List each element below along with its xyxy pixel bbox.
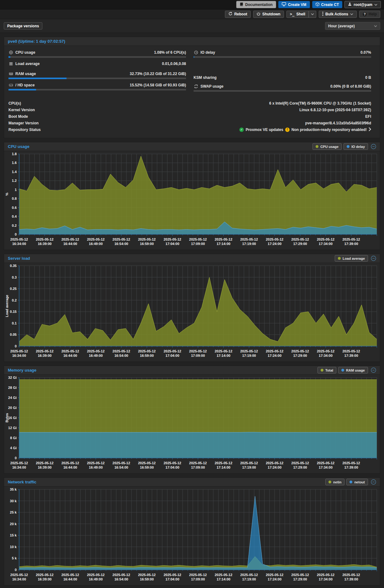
node-toolbar: Reboot Shutdown >_ Shell Bulk Actions ? …	[0, 9, 384, 19]
svg-text:17:29:00: 17:29:00	[293, 242, 307, 246]
package-versions-button[interactable]: Package versions	[4, 22, 42, 30]
svg-text:1.4: 1.4	[12, 170, 17, 174]
info-value: EFI	[365, 114, 371, 119]
svg-text:%: %	[5, 193, 9, 196]
svg-text:17:14:00: 17:14:00	[216, 242, 230, 246]
svg-text:2025-05-12: 2025-05-12	[163, 461, 181, 465]
gauge-value: 0 B	[365, 75, 371, 80]
create-ct-button[interactable]: Create CT	[312, 1, 343, 8]
shutdown-label: Shutdown	[262, 12, 280, 16]
svg-text:17:09:00: 17:09:00	[191, 466, 205, 469]
question-icon: ?	[363, 12, 367, 16]
svg-text:17:24:00: 17:24:00	[268, 354, 281, 357]
chevron-right-icon[interactable]	[369, 127, 371, 132]
cpu-usage-panel-header: CPU usage CPU usageIO delay	[4, 142, 380, 151]
svg-text:16:44:00: 16:44:00	[63, 354, 77, 357]
svg-text:17:09:00: 17:09:00	[191, 354, 205, 357]
legend-item-load-average[interactable]: Load average	[335, 255, 368, 262]
svg-text:2025-05-12: 2025-05-12	[189, 237, 207, 241]
svg-text:17:19:00: 17:19:00	[242, 577, 256, 581]
gauge-label: KSM sharing	[194, 75, 216, 80]
progress-bar	[194, 90, 371, 92]
legend-dot	[338, 257, 341, 260]
legend-label: netin	[333, 480, 341, 484]
user-menu-button[interactable]: root@pam	[344, 1, 381, 8]
cpu-usage-chart: 1.81.61.41.210.80.60.40.202025-05-1216:3…	[4, 152, 380, 249]
progress-bar	[194, 56, 371, 58]
svg-text:2025-05-12: 2025-05-12	[138, 349, 156, 353]
collapse-icon[interactable]	[371, 256, 376, 261]
collapse-icon[interactable]	[371, 144, 376, 149]
help-button[interactable]: ? Help	[359, 11, 380, 18]
svg-text:16:59:00: 16:59:00	[140, 354, 154, 357]
svg-text:2025-05-12: 2025-05-12	[342, 349, 360, 353]
progress-bar	[8, 78, 186, 79]
svg-text:2025-05-12: 2025-05-12	[240, 237, 258, 241]
collapse-icon[interactable]	[371, 479, 376, 485]
shell-button[interactable]: >_ Shell	[286, 11, 309, 18]
svg-text:16:44:00: 16:44:00	[63, 466, 77, 469]
svg-text:2025-05-12: 2025-05-12	[10, 573, 28, 577]
svg-text:17:34:00: 17:34:00	[319, 354, 333, 357]
monitor-icon	[282, 2, 286, 7]
svg-text:2025-05-12: 2025-05-12	[10, 237, 28, 241]
svg-text:20 Gi: 20 Gi	[8, 406, 17, 410]
svg-text:16:54:00: 16:54:00	[115, 466, 128, 469]
cpu-icon	[8, 50, 13, 55]
svg-text:4 Gi: 4 Gi	[10, 446, 17, 450]
svg-text:2025-05-12: 2025-05-12	[240, 573, 258, 577]
svg-text:2025-05-12: 2025-05-12	[342, 237, 360, 241]
svg-text:15 k: 15 k	[10, 533, 17, 537]
server-load-panel-header: Server load Load average	[4, 254, 380, 263]
svg-text:17:39:00: 17:39:00	[344, 242, 358, 246]
legend-dot	[321, 369, 323, 372]
legend-item-netout[interactable]: netout	[346, 479, 368, 485]
svg-text:0.4: 0.4	[12, 215, 17, 218]
svg-text:5 k: 5 k	[12, 556, 17, 560]
time-range-select[interactable]: Hour (average)	[325, 22, 380, 30]
svg-text:17:14:00: 17:14:00	[216, 466, 230, 469]
svg-text:17:24:00: 17:24:00	[268, 577, 281, 581]
status-panel-header: pve0 (Uptime: 1 day 07:02:57)	[4, 37, 380, 46]
gauge-row-io-delay: IO delay0.07%	[194, 50, 371, 58]
svg-text:0.1: 0.1	[12, 321, 17, 325]
svg-text:1.6: 1.6	[12, 161, 17, 165]
bulk-actions-button[interactable]: Bulk Actions	[319, 11, 357, 18]
svg-text:0.25: 0.25	[10, 287, 17, 291]
svg-text:16:49:00: 16:49:00	[89, 354, 103, 357]
gauge-value: 0.07%	[360, 50, 371, 55]
svg-text:16:39:00: 16:39:00	[38, 577, 51, 581]
collapse-icon[interactable]	[371, 368, 376, 373]
legend-item-netin[interactable]: netin	[325, 479, 344, 485]
reboot-button[interactable]: Reboot	[225, 11, 251, 18]
legend-item-ram-usage[interactable]: RAM usage	[338, 367, 368, 373]
svg-text:16:59:00: 16:59:00	[140, 466, 154, 469]
svg-text:Bytes: Bytes	[5, 413, 9, 422]
shell-split-button: >_ Shell	[286, 11, 316, 18]
shutdown-button[interactable]: Shutdown	[253, 11, 284, 18]
info-row-repository-status: Repository Status ✓ Proxmox VE updates !…	[8, 126, 371, 133]
svg-text:16:49:00: 16:49:00	[89, 242, 103, 246]
svg-text:0.35: 0.35	[10, 264, 17, 268]
shell-dropdown-button[interactable]	[309, 11, 316, 18]
legend-item-cpu-usage[interactable]: CPU usage	[312, 143, 342, 150]
top-header-bar: Documentation Create VM Create CT root@p…	[0, 0, 384, 9]
gauge-row-hd-space: / HD space15.52% (14.58 GiB of 93.93 GiB…	[8, 82, 186, 90]
create-vm-button[interactable]: Create VM	[278, 1, 310, 8]
svg-text:2025-05-12: 2025-05-12	[138, 237, 156, 241]
legend-item-io-delay[interactable]: IO delay	[344, 143, 368, 150]
summary-content: pve0 (Uptime: 1 day 07:02:57) CPU usage1…	[0, 33, 384, 588]
legend-item-total[interactable]: Total	[317, 367, 336, 373]
documentation-button[interactable]: Documentation	[236, 1, 276, 8]
svg-text:0.05: 0.05	[10, 333, 17, 336]
legend-label: netout	[354, 480, 365, 484]
gauge-row-cpu-usage: CPU usage1.08% of 6 CPU(s)	[8, 50, 186, 58]
svg-text:17:34:00: 17:34:00	[319, 577, 333, 581]
gauge-row-load-average: Load average0.01,0.06,0.08	[8, 61, 186, 67]
svg-text:0.2: 0.2	[12, 224, 17, 227]
svg-text:2025-05-12: 2025-05-12	[317, 237, 334, 241]
info-value: pve-manager/8.4.1/2a5fa54a8503f96d	[305, 121, 371, 125]
gauge-label: RAM usage	[15, 72, 36, 76]
svg-text:2025-05-12: 2025-05-12	[342, 573, 360, 577]
info-row-cpu-s: CPU(s)6 x Intel(R) Core(TM) i5-9600K CPU…	[8, 100, 371, 106]
